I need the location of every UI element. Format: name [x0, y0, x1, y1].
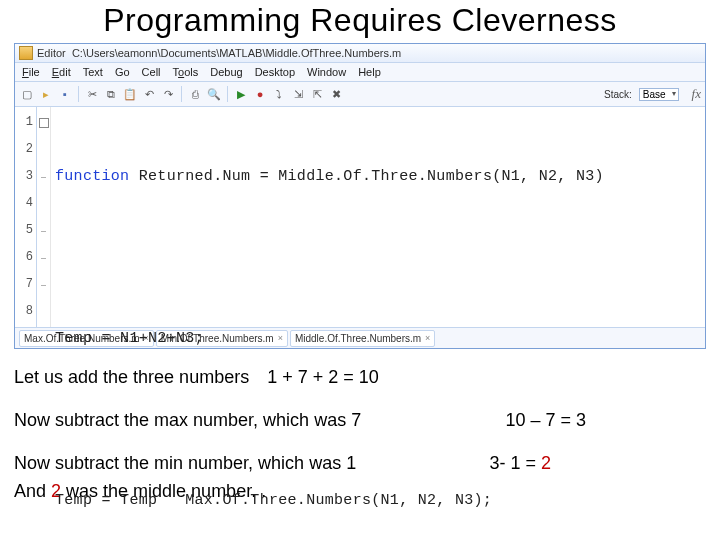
stop-icon[interactable]: ✖	[328, 86, 344, 102]
line-gutter: 1 2 3 4 5 6 7 8	[15, 107, 37, 327]
toolbar: ▢ ▸ ▪ ✂ ⧉ 📋 ↶ ↷ ⎙ 🔍 ▶ ● ⤵ ⇲ ⇱ ✖ Stack: B…	[15, 82, 705, 107]
line-number: 8	[15, 298, 36, 325]
paste-icon[interactable]: 📋	[122, 86, 138, 102]
copy-icon[interactable]: ⧉	[103, 86, 119, 102]
slide-title: Programming Requires Cleverness	[0, 2, 720, 39]
stack-select[interactable]: Base	[639, 88, 679, 101]
keyword: function	[55, 168, 129, 185]
find-icon[interactable]: 🔍	[206, 86, 222, 102]
title-path: C:\Users\eamonn\Documents\MATLAB\Middle.…	[72, 47, 401, 59]
line-number: 5	[15, 217, 36, 244]
step-in-icon[interactable]: ⇲	[290, 86, 306, 102]
stack-label: Stack:	[604, 89, 632, 100]
toolbar-separator	[227, 86, 228, 102]
code-line	[55, 406, 604, 433]
line-number: 3	[15, 163, 36, 190]
code-text[interactable]: function Returned.Num = Middle.Of.Three.…	[51, 107, 604, 327]
fold-dash-icon: –	[37, 271, 50, 298]
undo-icon[interactable]: ↶	[141, 86, 157, 102]
toolbar-separator	[181, 86, 182, 102]
open-icon[interactable]: ▸	[38, 86, 54, 102]
fold-dash-icon: –	[37, 244, 50, 271]
menu-window[interactable]: Window	[302, 66, 351, 78]
fold-dash-icon: –	[37, 163, 50, 190]
fold-dash-icon: –	[37, 217, 50, 244]
editor-window: Editor C:\Users\eamonn\Documents\MATLAB\…	[14, 43, 706, 349]
menu-text[interactable]: Text	[78, 66, 108, 78]
fold-spacer	[37, 298, 50, 325]
editor-icon	[19, 46, 33, 60]
line-number: 6	[15, 244, 36, 271]
line-number: 7	[15, 271, 36, 298]
run-icon[interactable]: ▶	[233, 86, 249, 102]
new-icon[interactable]: ▢	[19, 86, 35, 102]
save-icon[interactable]: ▪	[57, 86, 73, 102]
code-area: 1 2 3 4 5 6 7 8 – – – – function Returne…	[15, 107, 705, 327]
menu-go[interactable]: Go	[110, 66, 135, 78]
menu-edit[interactable]: Edit	[47, 66, 76, 78]
menu-desktop[interactable]: Desktop	[250, 66, 300, 78]
step-icon[interactable]: ⤵	[271, 86, 287, 102]
fold-spacer	[37, 136, 50, 163]
fx-icon[interactable]: fx	[692, 86, 701, 102]
line-number: 4	[15, 190, 36, 217]
menu-cell[interactable]: Cell	[137, 66, 166, 78]
redo-icon[interactable]: ↷	[160, 86, 176, 102]
breakpoint-icon[interactable]: ●	[252, 86, 268, 102]
menu-help[interactable]: Help	[353, 66, 386, 78]
code-line: Temp = Temp Max.Of.Three.Numbers(N1, N2,…	[55, 487, 604, 514]
menu-file[interactable]: File	[17, 66, 45, 78]
menu-tools[interactable]: Tools	[168, 66, 204, 78]
fold-box-icon[interactable]	[37, 109, 50, 136]
cut-icon[interactable]: ✂	[84, 86, 100, 102]
line-number: 2	[15, 136, 36, 163]
toolbar-separator	[78, 86, 79, 102]
line-number: 1	[15, 109, 36, 136]
title-app: Editor	[37, 47, 66, 59]
title-bar: Editor C:\Users\eamonn\Documents\MATLAB\…	[15, 44, 705, 63]
menu-debug[interactable]: Debug	[205, 66, 247, 78]
step-out-icon[interactable]: ⇱	[309, 86, 325, 102]
fold-spacer	[37, 190, 50, 217]
menu-bar: File Edit Text Go Cell Tools Debug Deskt…	[15, 63, 705, 82]
code-line: Returned.Num = Middle.Of.Three.Numbers(N…	[129, 168, 603, 185]
fold-column: – – – –	[37, 107, 51, 327]
code-line: Temp = N1+N2+N3;	[55, 325, 604, 352]
print-icon[interactable]: ⎙	[187, 86, 203, 102]
code-line	[55, 244, 604, 271]
